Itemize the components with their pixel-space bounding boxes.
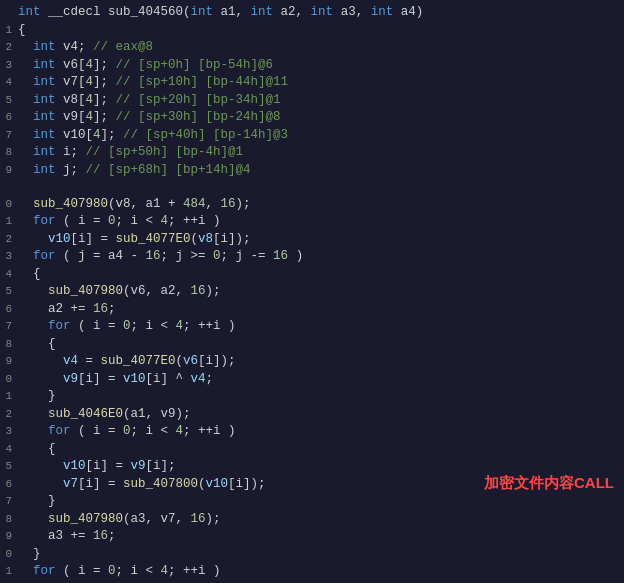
- line-content: {: [18, 266, 624, 283]
- code-line: 8 int i; // [sp+50h] [bp-4h]@1: [0, 143, 624, 161]
- line-number: 0: [0, 195, 18, 213]
- code-line: 2 v10[i] = sub_4077E0(v8[i]);: [0, 230, 624, 248]
- line-number: 3: [0, 247, 18, 265]
- line-content: a3 += 16;: [18, 528, 624, 545]
- line-content: int v4; // eax@8: [18, 39, 624, 56]
- line-content: int v10[4]; // [sp+40h] [bp-14h]@3: [18, 127, 624, 144]
- code-line: 9 v4 = sub_4077E0(v6[i]);: [0, 352, 624, 370]
- line-number: [0, 14, 18, 15]
- line-number: 9: [0, 527, 18, 545]
- code-line: 5 sub_407980(v6, a2, 16);: [0, 282, 624, 300]
- line-number: 9: [0, 352, 18, 370]
- line-number: 8: [0, 510, 18, 528]
- line-content: {: [18, 441, 624, 458]
- line-number: 2: [0, 405, 18, 423]
- line-number: 7: [0, 126, 18, 144]
- code-line: 2 int v4; // eax@8: [0, 38, 624, 56]
- line-number: 2: [0, 230, 18, 248]
- code-line: 2 v8[i] = sub_407800(v10[i]);: [0, 580, 624, 584]
- code-line: 9 a3 += 16;: [0, 527, 624, 545]
- line-number: 6: [0, 300, 18, 318]
- code-line: 0 }: [0, 545, 624, 563]
- line-content: int v9[4]; // [sp+30h] [bp-24h]@8: [18, 109, 624, 126]
- line-number: 6: [0, 108, 18, 126]
- line-content: v10[i] = v9[i];: [18, 458, 624, 475]
- code-line: 1 for ( i = 0; i < 4; ++i ): [0, 212, 624, 230]
- line-number: 5: [0, 91, 18, 109]
- line-number: 8: [0, 335, 18, 353]
- line-number: 4: [0, 73, 18, 91]
- code-line: 3 for ( j = a4 - 16; j >= 0; j -= 16 ): [0, 247, 624, 265]
- line-number: 3: [0, 56, 18, 74]
- code-line: int __cdecl sub_404560(int a1, int a2, i…: [0, 4, 624, 21]
- line-content: {: [18, 336, 624, 353]
- code-line: 6 int v9[4]; // [sp+30h] [bp-24h]@8: [0, 108, 624, 126]
- line-number: 1: [0, 21, 18, 39]
- line-content: }: [18, 388, 624, 405]
- code-line: 8 {: [0, 335, 624, 353]
- line-number: 4: [0, 440, 18, 458]
- annotation-label: 加密文件内容CALL: [484, 475, 614, 492]
- code-line: 3 for ( i = 0; i < 4; ++i ): [0, 422, 624, 440]
- code-line: [0, 178, 624, 195]
- code-line: 5 v10[i] = v9[i];: [0, 457, 624, 475]
- line-number: 5: [0, 457, 18, 475]
- line-number: 9: [0, 161, 18, 179]
- line-content: for ( j = a4 - 16; j >= 0; j -= 16 ): [18, 248, 624, 265]
- line-content: sub_407980(a3, v7, 16);: [18, 511, 624, 528]
- line-content: }: [18, 493, 624, 510]
- code-line: 4 {: [0, 265, 624, 283]
- line-number: 3: [0, 422, 18, 440]
- code-line: 3 int v6[4]; // [sp+0h] [bp-54h]@6: [0, 56, 624, 74]
- line-content: int v6[4]; // [sp+0h] [bp-54h]@6: [18, 57, 624, 74]
- code-line: 7 int v10[4]; // [sp+40h] [bp-14h]@3: [0, 126, 624, 144]
- line-content: sub_4046E0(a1, v9);: [18, 406, 624, 423]
- code-container: int __cdecl sub_404560(int a1, int a2, i…: [0, 0, 624, 583]
- line-content: v4 = sub_4077E0(v6[i]);: [18, 353, 624, 370]
- line-number: 1: [0, 562, 18, 580]
- line-content: for ( i = 0; i < 4; ++i ): [18, 213, 624, 230]
- code-line: 4 {: [0, 440, 624, 458]
- code-line: 6 v7[i] = sub_407800(v10[i]);加密文件内容CALL: [0, 475, 624, 493]
- line-content: for ( i = 0; i < 4; ++i ): [18, 318, 624, 335]
- line-content: for ( i = 0; i < 4; ++i ): [18, 563, 624, 580]
- code-line: 0 v9[i] = v10[i] ^ v4;: [0, 370, 624, 388]
- line-number: [0, 178, 18, 179]
- line-content: v9[i] = v10[i] ^ v4;: [18, 371, 624, 388]
- line-number: 7: [0, 317, 18, 335]
- line-number: 2: [0, 38, 18, 56]
- line-number: 5: [0, 282, 18, 300]
- code-line: 5 int v8[4]; // [sp+20h] [bp-34h]@1: [0, 91, 624, 109]
- line-number: 1: [0, 212, 18, 230]
- code-line: 1 }: [0, 387, 624, 405]
- line-content: }: [18, 546, 624, 563]
- line-number: 1: [0, 387, 18, 405]
- code-line: 0 sub_407980(v8, a1 + 484, 16);: [0, 195, 624, 213]
- code-line: 8 sub_407980(a3, v7, 16);: [0, 510, 624, 528]
- line-content: sub_407980(v6, a2, 16);: [18, 283, 624, 300]
- code-line: 1 for ( i = 0; i < 4; ++i ): [0, 562, 624, 580]
- line-number: 8: [0, 143, 18, 161]
- code-line: 2 sub_4046E0(a1, v9);: [0, 405, 624, 423]
- code-line: 4 int v7[4]; // [sp+10h] [bp-44h]@11: [0, 73, 624, 91]
- line-content: a2 += 16;: [18, 301, 624, 318]
- line-content: int v7[4]; // [sp+10h] [bp-44h]@11: [18, 74, 624, 91]
- line-number: 0: [0, 545, 18, 563]
- line-number: 2: [0, 580, 18, 584]
- line-number: 4: [0, 265, 18, 283]
- line-content: int j; // [sp+68h] [bp+14h]@4: [18, 162, 624, 179]
- code-line: 1{: [0, 21, 624, 39]
- line-content: int i; // [sp+50h] [bp-4h]@1: [18, 144, 624, 161]
- line-content: sub_407980(v8, a1 + 484, 16);: [18, 196, 624, 213]
- code-line: 6 a2 += 16;: [0, 300, 624, 318]
- code-line: 9 int j; // [sp+68h] [bp+14h]@4: [0, 161, 624, 179]
- line-number: 0: [0, 370, 18, 388]
- line-number: 6: [0, 475, 18, 493]
- line-content: for ( i = 0; i < 4; ++i ): [18, 423, 624, 440]
- code-line: 7 for ( i = 0; i < 4; ++i ): [0, 317, 624, 335]
- line-content: v10[i] = sub_4077E0(v8[i]);: [18, 231, 624, 248]
- line-content: int v8[4]; // [sp+20h] [bp-34h]@1: [18, 92, 624, 109]
- code-line: 7 }: [0, 492, 624, 510]
- line-content: int __cdecl sub_404560(int a1, int a2, i…: [18, 4, 624, 21]
- line-content: {: [18, 22, 624, 39]
